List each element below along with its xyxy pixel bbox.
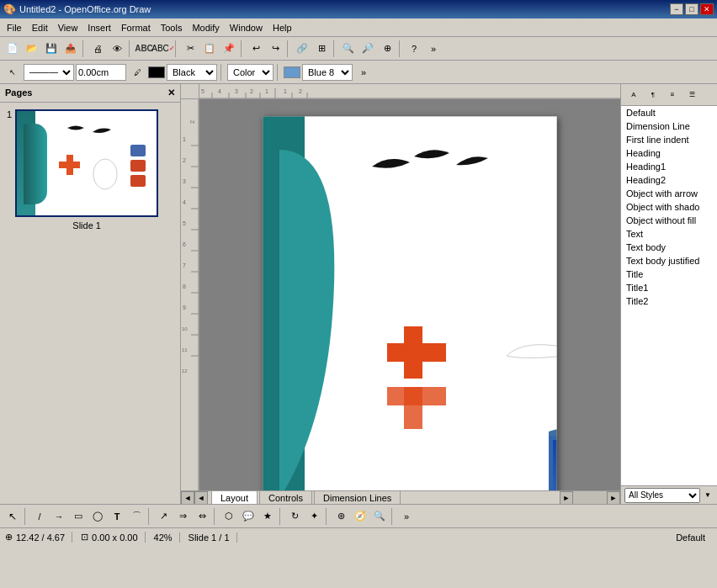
spell2-button[interactable]: ABC✓	[154, 40, 173, 58]
position-status: ⊕ 12.42 / 4.67	[5, 532, 72, 543]
style-item-heading2[interactable]: Heading2	[621, 173, 717, 187]
open-button[interactable]: 📂	[23, 40, 41, 58]
menu-view[interactable]: View	[53, 21, 83, 34]
print-button[interactable]: 🖨	[88, 40, 107, 58]
menu-edit[interactable]: Edit	[27, 21, 53, 34]
fill-color-select[interactable]: Blue 8	[302, 64, 353, 81]
menu-tools[interactable]: Tools	[156, 21, 188, 34]
point-edit-tool[interactable]: ✦	[305, 507, 323, 526]
menu-format[interactable]: Format	[116, 21, 156, 34]
hyperlink-button[interactable]: 🔗	[293, 40, 311, 58]
text-tool[interactable]: T	[108, 507, 126, 526]
find-button[interactable]: 🔍	[370, 507, 389, 526]
more-drawing-button[interactable]: »	[397, 507, 416, 526]
help-button[interactable]: ?	[405, 40, 423, 58]
line-tool[interactable]: /	[30, 507, 49, 526]
line-color-picker-button[interactable]: 🖊	[128, 63, 146, 82]
zoom-options-button[interactable]: ⊕	[378, 40, 396, 58]
slide-thumbnail-1[interactable]	[15, 109, 158, 217]
select-object-button[interactable]: ↖	[3, 63, 22, 82]
line-width-input[interactable]	[76, 64, 126, 81]
preview-button[interactable]: 👁	[108, 40, 126, 58]
menu-file[interactable]: File	[2, 21, 27, 34]
zoom-in-button[interactable]: 🔍	[339, 40, 358, 58]
size-status: ⊡ 0.00 x 0.00	[81, 532, 145, 543]
separator	[326, 508, 329, 525]
minimize-button[interactable]: −	[670, 3, 683, 15]
style-item-title1[interactable]: Title1	[621, 281, 717, 294]
arrow-tool[interactable]: →	[50, 507, 68, 526]
menu-modify[interactable]: Modify	[187, 21, 224, 34]
style-item-text-body[interactable]: Text body	[621, 241, 717, 254]
style-item-title[interactable]: Title	[621, 268, 717, 281]
style-item-first-line-indent[interactable]: First line indent	[621, 133, 717, 146]
style-type-4[interactable]: ☰	[682, 86, 701, 104]
style-type-2[interactable]: ¶	[644, 86, 662, 104]
cut-button[interactable]: ✂	[181, 40, 199, 58]
undo-button[interactable]: ↩	[247, 40, 265, 58]
zoom-status[interactable]: 42%	[154, 532, 180, 543]
scroll-right-button-2[interactable]: ►	[560, 491, 573, 505]
fill-options-button[interactable]: »	[354, 63, 373, 82]
export-button[interactable]: 📤	[61, 40, 80, 58]
fill-type-select[interactable]: Color	[227, 64, 274, 81]
block-arrows-tool[interactable]: ⇔	[193, 507, 211, 526]
zoom-out-button[interactable]: 🔎	[358, 40, 377, 58]
style-item-heading1[interactable]: Heading1	[621, 160, 717, 173]
copy-button[interactable]: 📋	[200, 40, 219, 58]
color-select[interactable]: Black	[167, 64, 217, 81]
pages-close-button[interactable]: ✕	[167, 87, 175, 98]
spell-button[interactable]: ABC	[135, 40, 153, 58]
scroll-left-button[interactable]: ◄	[181, 491, 194, 505]
style-filter-select[interactable]: All Styles Applied Styles Custom Styles	[624, 488, 700, 503]
navigator-button[interactable]: 🧭	[351, 507, 369, 526]
tab-layout[interactable]: Layout	[211, 490, 258, 504]
h-scroll-thumb[interactable]	[573, 491, 607, 505]
scroll-right-button-1[interactable]: ◄	[194, 491, 208, 505]
save-button[interactable]: 💾	[42, 40, 61, 58]
menu-window[interactable]: Window	[225, 21, 268, 34]
style-item-object-no-fill[interactable]: Object without fill	[621, 214, 717, 227]
star-tool[interactable]: ★	[258, 507, 277, 526]
rect-tool[interactable]: ▭	[69, 507, 88, 526]
ellipse-tool[interactable]: ◯	[88, 507, 107, 526]
maximize-button[interactable]: □	[685, 3, 698, 15]
tab-controls[interactable]: Controls	[259, 490, 312, 504]
current-style: Default	[676, 532, 705, 543]
style-item-default[interactable]: Default	[621, 106, 717, 119]
flowchart-tool[interactable]: ⬡	[220, 507, 238, 526]
menu-insert[interactable]: Insert	[82, 21, 116, 34]
style-item-text-body-justified[interactable]: Text body justified	[621, 254, 717, 268]
style-options-button[interactable]: ▼	[702, 486, 714, 505]
line-style-select[interactable]: ──────	[24, 64, 74, 81]
svg-rect-1	[66, 155, 73, 175]
new-button[interactable]: 📄	[3, 40, 22, 58]
style-type-1[interactable]: A	[624, 86, 643, 104]
more-button[interactable]: »	[424, 40, 443, 58]
paste-button[interactable]: 📌	[220, 40, 238, 58]
show-changes-button[interactable]: ⊛	[332, 507, 350, 526]
style-item-object-shadow[interactable]: Object with shado	[621, 200, 717, 214]
style-item-object-arrow[interactable]: Object with arrow	[621, 187, 717, 200]
table-button[interactable]: ⊞	[312, 40, 331, 58]
redo-button[interactable]: ↪	[266, 40, 284, 58]
rotate-tool[interactable]: ↻	[285, 507, 304, 526]
tab-dimension-lines[interactable]: Dimension Lines	[314, 490, 401, 504]
curve-tool[interactable]: ⌒	[127, 507, 146, 526]
scroll-right-end-button[interactable]: ►	[607, 491, 620, 505]
select-tool[interactable]: ↖	[3, 507, 22, 526]
h-scrollbar[interactable]: ◄ ◄ Layout Controls Dimension Lines ► ►	[181, 490, 620, 504]
drawing-toolbar: ↖ / → ▭ ◯ T ⌒ ↗ ⇒ ⇔ ⬡ 💬 ★ ↻ ✦ ⊛ 🧭 🔍 »	[0, 504, 717, 527]
style-item-text[interactable]: Text	[621, 227, 717, 241]
callout-tool[interactable]: 💬	[239, 507, 258, 526]
style-item-title2[interactable]: Title2	[621, 294, 717, 308]
connector-tool[interactable]: ↗	[154, 507, 173, 526]
style-type-3[interactable]: ≡	[663, 86, 682, 104]
close-button[interactable]: ✕	[700, 3, 714, 15]
menu-help[interactable]: Help	[268, 21, 297, 34]
style-item-dimension-line[interactable]: Dimension Line	[621, 119, 717, 133]
style-item-heading[interactable]: Heading	[621, 146, 717, 160]
svg-rect-52	[387, 387, 446, 405]
arrow-shapes-tool[interactable]: ⇒	[173, 507, 192, 526]
slide-canvas[interactable]: OpenOffice. 2.0	[199, 99, 620, 490]
